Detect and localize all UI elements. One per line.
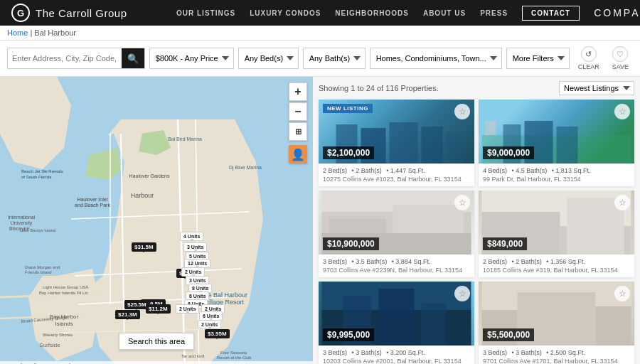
breadcrumb-home[interactable]: Home: [7, 28, 28, 37]
listing-price-2: $9,000,000: [483, 146, 534, 159]
zoom-out-button[interactable]: −: [289, 102, 307, 121]
svg-rect-59: [486, 121, 496, 135]
svg-text:of South Florida: of South Florida: [21, 175, 52, 179]
units-marker-10[interactable]: 2 Units: [176, 304, 199, 314]
svg-text:International: International: [8, 215, 36, 220]
favorite-button-5[interactable]: ☆: [454, 286, 470, 301]
breadcrumb-current: Bal Harbour: [34, 28, 76, 37]
listing-card-1[interactable]: NEW LISTING☆$2,100,0002 Bed(s) • 2 Bath(…: [319, 100, 474, 186]
nav-about-us[interactable]: ABOUT US: [423, 9, 466, 17]
svg-text:Surfside: Surfside: [39, 342, 60, 348]
clear-button[interactable]: ↺ CLEAR: [574, 45, 604, 72]
sqft-6: 2,500 Sq.Ft.: [550, 349, 585, 356]
map-controls: + − ⊞ 👤: [289, 82, 307, 164]
favorite-button-4[interactable]: ☆: [614, 195, 630, 210]
map-footer: Map data ©2024 Google Terms Report a map…: [0, 361, 313, 364]
baths-3: 3.5 Bath(s): [356, 258, 387, 265]
svg-text:Tar and Grill: Tar and Grill: [181, 354, 204, 358]
type-filter[interactable]: Homes, Condominiums, Town...: [370, 48, 502, 69]
price-filter[interactable]: $800K - Any Price: [149, 48, 234, 69]
listing-details-6: 3 Bed(s) • 3 Bath(s) • 2,500 Sq.Ft.: [483, 349, 630, 356]
svg-rect-72: [379, 289, 415, 346]
listing-price-4: $849,000: [483, 237, 527, 250]
svg-text:Waverly Shores: Waverly Shores: [43, 333, 73, 337]
clear-icon: ↺: [581, 46, 597, 62]
listings-grid: NEW LISTING☆$2,100,0002 Bed(s) • 2 Bath(…: [319, 100, 634, 364]
nav-neighborhoods[interactable]: NEIGHBORHOODS: [335, 9, 409, 17]
beds-6: 3 Bed(s): [483, 349, 507, 356]
baths-2: 4.5 Bath(s): [516, 167, 547, 174]
svg-text:Haulover Gardens: Haulover Gardens: [129, 173, 170, 178]
favorite-button-6[interactable]: ☆: [614, 286, 630, 301]
svg-text:University: University: [11, 220, 33, 226]
units-marker-13[interactable]: 2 Units: [198, 320, 221, 329]
units-marker-1[interactable]: 4 Units: [180, 232, 203, 241]
baths-6: 3 Bath(s): [516, 349, 542, 356]
price-marker-5[interactable]: $21.3M: [115, 310, 140, 319]
svg-text:Bay Harbor Islands Ftl Ltc: Bay Harbor Islands Ftl Ltc: [39, 291, 88, 295]
breadcrumb: Home | Bal Harbour: [0, 26, 640, 41]
nav-press[interactable]: PRESS: [480, 9, 508, 17]
beds-1: 2 Bed(s): [323, 167, 347, 174]
listing-info-1: 2 Bed(s) • 2 Bath(s) • 1,447 Sq.Ft.10275…: [319, 164, 474, 186]
listing-card-5[interactable]: ☆$9,995,0003 Bed(s) • 3 Bath(s) • 3,200 …: [319, 282, 474, 364]
sqft-4: 1,356 Sq.Ft.: [550, 258, 585, 265]
sqft-5: 3,200 Sq.Ft.: [390, 349, 425, 356]
listing-info-5: 3 Bed(s) • 3 Bath(s) • 3,200 Sq.Ft.10203…: [319, 346, 474, 364]
baths-4: 2 Bath(s): [516, 258, 542, 265]
company-name: The Carroll Group: [36, 7, 127, 19]
header: G The Carroll Group OUR LISTINGS LUXURY …: [0, 0, 640, 26]
more-filters[interactable]: More Filters: [506, 48, 570, 69]
listing-price-3: $10,900,000: [323, 237, 379, 250]
listing-image-2: ☆$9,000,000: [479, 100, 634, 164]
svg-rect-54: [447, 132, 464, 164]
nav-our-listings[interactable]: OUR LISTINGS: [176, 9, 235, 17]
listing-card-4[interactable]: ☆$849,0002 Bed(s) • 2 Bath(s) • 1,356 Sq…: [479, 191, 634, 277]
listing-info-2: 4 Bed(s) • 4.5 Bath(s) • 1,813 Sq.Ft.99 …: [479, 164, 634, 186]
sort-select[interactable]: Newest Listings: [559, 81, 634, 95]
listing-price-1: $2,100,000: [323, 146, 374, 159]
map-panel[interactable]: Harbour Bay Harbor Islands Surfside Indi…: [0, 77, 313, 364]
listing-info-6: 3 Bed(s) • 3 Bath(s) • 2,500 Sq.Ft.9701 …: [479, 346, 634, 364]
listing-card-2[interactable]: ☆$9,000,0004 Bed(s) • 4.5 Bath(s) • 1,81…: [479, 100, 634, 186]
nav-luxury-condos[interactable]: LUXURY CONDOS: [250, 9, 321, 17]
layers-button[interactable]: ⊞: [289, 122, 307, 141]
price-marker-1[interactable]: $31.5M: [132, 242, 156, 252]
street-view-button[interactable]: 👤: [289, 145, 307, 164]
svg-text:Friends Island: Friends Island: [25, 270, 52, 274]
listing-details-3: 3 Bed(s) • 3.5 Bath(s) • 3,884 Sq.Ft.: [323, 258, 470, 265]
favorite-button-2[interactable]: ☆: [614, 104, 630, 119]
listing-details-2: 4 Bed(s) • 4.5 Bath(s) • 1,813 Sq.Ft.: [483, 167, 630, 174]
search-area-button[interactable]: Search this area: [119, 333, 194, 350]
listing-price-6: $5,500,000: [483, 328, 534, 341]
svg-text:Four Seasons: Four Seasons: [220, 350, 247, 355]
beds-2: 4 Bed(s): [483, 167, 507, 174]
main-nav: OUR LISTINGS LUXURY CONDOS NEIGHBORHOODS…: [176, 6, 580, 21]
zoom-in-button[interactable]: +: [289, 82, 307, 101]
price-marker-6[interactable]: $11.2M: [146, 304, 171, 314]
svg-rect-52: [390, 122, 418, 164]
listing-card-6[interactable]: ☆$5,500,0003 Bed(s) • 3 Bath(s) • 2,500 …: [479, 282, 634, 364]
listing-image-6: ☆$5,500,000: [479, 282, 634, 346]
listing-count: Showing 1 to 24 of 116 Properties.: [319, 84, 439, 92]
svg-text:and Beach Park: and Beach Park: [75, 203, 110, 208]
svg-text:Resort at the Club: Resort at the Club: [217, 355, 252, 360]
listing-details-1: 2 Bed(s) • 2 Bath(s) • 1,447 Sq.Ft.: [323, 167, 470, 174]
address-input[interactable]: [8, 54, 122, 63]
favorite-button-1[interactable]: ☆: [454, 104, 470, 119]
search-button[interactable]: 🔍: [122, 48, 144, 68]
favorite-button-3[interactable]: ☆: [454, 195, 470, 210]
logo-area: G The Carroll Group: [11, 4, 154, 22]
listing-card-3[interactable]: ☆$10,900,0003 Bed(s) • 3.5 Bath(s) • 3,8…: [319, 191, 474, 277]
listing-address-1: 10275 Collins Ave #1023, Bal Harbour, FL…: [323, 176, 470, 183]
baths-filter[interactable]: Any Bath(s): [303, 48, 366, 69]
listing-address-4: 10185 Collins Ave #319, Bal Harbour, FL …: [483, 267, 630, 274]
beds-filter[interactable]: Any Bed(s): [238, 48, 299, 69]
listings-panel: Showing 1 to 24 of 116 Properties. Newes…: [313, 77, 640, 364]
svg-rect-77: [596, 306, 631, 346]
svg-text:Beach Jet Ski Rentals: Beach Jet Ski Rentals: [21, 169, 63, 173]
save-icon: ♡: [612, 46, 628, 62]
units-marker-2[interactable]: 3 Units: [183, 242, 207, 252]
nav-contact-button[interactable]: CONTACT: [522, 6, 580, 21]
save-button[interactable]: ♡ SAVE: [608, 45, 633, 72]
